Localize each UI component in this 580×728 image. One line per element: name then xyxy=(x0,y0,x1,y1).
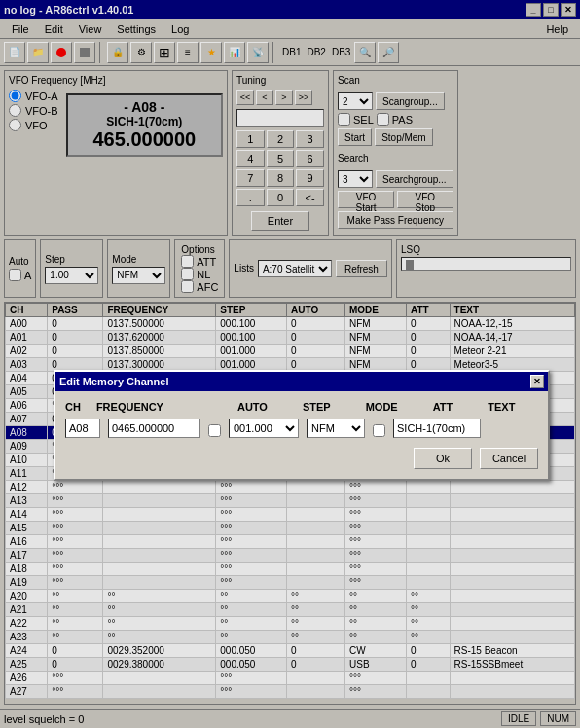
modal-auto-checkbox[interactable] xyxy=(208,424,221,437)
app-window: no log - AR86ctrl v1.40.01 _ □ ✕ File Ed… xyxy=(0,0,580,728)
modal-freq-input[interactable] xyxy=(108,419,200,438)
modal-overlay: Edit Memory Channel ✕ CH FREQUENCY AUTO … xyxy=(0,0,580,728)
modal-content: CH FREQUENCY AUTO STEP MODE ATT TEXT 001… xyxy=(55,391,548,479)
modal-ch-input[interactable] xyxy=(65,419,100,438)
modal-mode-select[interactable]: NFM AM FM USB LSB CW xyxy=(307,419,365,438)
modal-freq-header: FREQUENCY xyxy=(96,401,163,413)
modal-cancel-btn[interactable]: Cancel xyxy=(480,448,538,469)
edit-memory-modal: Edit Memory Channel ✕ CH FREQUENCY AUTO … xyxy=(54,370,550,481)
modal-text-input[interactable] xyxy=(393,419,481,438)
modal-text-header: TEXT xyxy=(488,401,515,413)
modal-btn-row: Ok Cancel xyxy=(65,448,538,469)
modal-auto-header: AUTO xyxy=(237,401,268,413)
modal-att-header: ATT xyxy=(433,401,453,413)
modal-step-header: STEP xyxy=(303,401,331,413)
modal-step-select[interactable]: 001.000 000.050 000.100 xyxy=(229,419,299,438)
modal-ok-btn[interactable]: Ok xyxy=(414,448,472,469)
modal-ch-header: CH xyxy=(65,401,81,413)
modal-title-text: Edit Memory Channel xyxy=(59,376,168,387)
modal-header-row: CH FREQUENCY AUTO STEP MODE ATT TEXT xyxy=(65,401,538,413)
modal-mode-header: MODE xyxy=(366,401,398,413)
modal-att-checkbox[interactable] xyxy=(373,424,385,437)
modal-title-bar: Edit Memory Channel ✕ xyxy=(55,372,548,391)
modal-close-button[interactable]: ✕ xyxy=(530,375,544,388)
modal-field-row: 001.000 000.050 000.100 NFM AM FM USB LS… xyxy=(65,419,538,438)
